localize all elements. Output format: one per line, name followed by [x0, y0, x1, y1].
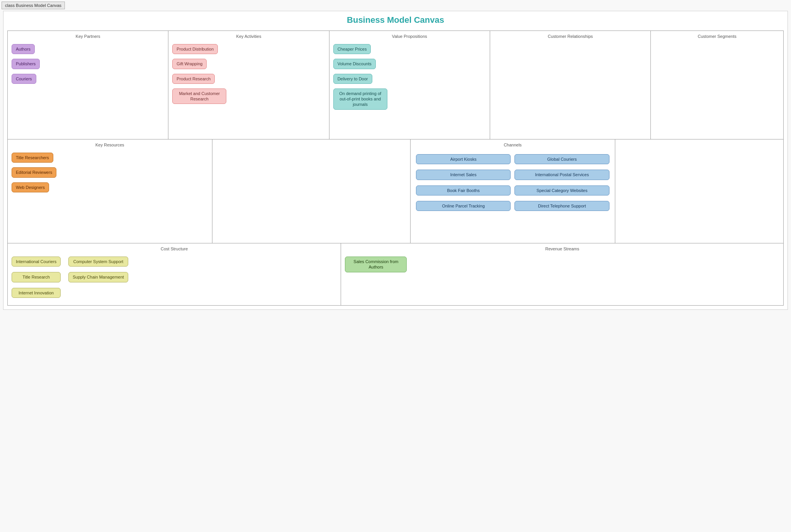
pill-title-researchers: Title Researchers — [12, 153, 53, 163]
pill-cheaper-prices: Cheaper Prices — [333, 44, 371, 54]
key-activities-header: Key Activities — [171, 34, 326, 39]
cust-rel-mid-col: Channels Airport Kiosks Global Couriers … — [411, 139, 615, 243]
pill-on-demand: On demand printing of out-of-print books… — [333, 88, 387, 110]
pill-couriers: Couriers — [12, 74, 36, 84]
pill-online-parcel: Online Parcel Tracking — [416, 201, 511, 211]
cust-rel-col: Customer Relationships — [490, 31, 651, 139]
cost-structure-col: Cost Structure International Couriers Ti… — [8, 243, 341, 305]
pill-intl-postal: International Postal Services — [514, 170, 609, 180]
pill-direct-telephone: Direct Telephone Support — [514, 201, 609, 211]
pill-internet-innovation: Internet Innovation — [12, 288, 61, 298]
pill-computer-system: Computer System Support — [68, 257, 128, 267]
pill-gift-wrapping: Gift Wrapping — [172, 59, 207, 69]
mid-empty-col — [212, 139, 411, 243]
cust-seg-header: Customer Segments — [654, 34, 780, 39]
pill-web-designers: Web Designers — [12, 182, 49, 192]
channels-header: Channels — [414, 143, 612, 147]
key-resources-col: Key Resources Title Researchers Editoria… — [8, 139, 212, 243]
page-title: Business Model Canvas — [7, 15, 784, 25]
pill-title-research: Title Research — [12, 272, 61, 282]
cost-header: Cost Structure — [11, 246, 338, 251]
pill-airport-kiosks: Airport Kiosks — [416, 154, 511, 164]
pill-supply-chain: Supply Chain Management — [68, 272, 128, 282]
pill-book-fair-booths: Book Fair Booths — [416, 185, 511, 195]
cust-seg-col: Customer Segments — [651, 31, 783, 139]
cust-seg-mid-col — [615, 139, 783, 243]
cust-rel-header: Customer Relationships — [493, 34, 647, 39]
pill-product-research: Product Research — [172, 74, 215, 84]
revenue-streams-col: Revenue Streams Sales Commission from Au… — [341, 243, 783, 305]
key-partners-col: Key Partners Authors Publishers Couriers — [8, 31, 168, 139]
pill-sales-commission: Sales Commission from Authors — [345, 257, 407, 272]
window-bar: class Business Model Canvas — [2, 2, 65, 9]
pill-authors: Authors — [12, 44, 35, 54]
value-props-header: Value Propositions — [333, 34, 487, 39]
key-resources-header: Key Resources — [11, 143, 209, 147]
page: Business Model Canvas Key Partners Autho… — [3, 11, 788, 310]
pill-global-couriers: Global Couriers — [514, 154, 609, 164]
canvas-outer: Key Partners Authors Publishers Couriers… — [7, 31, 784, 306]
pill-internet-sales: Internet Sales — [416, 170, 511, 180]
key-activities-col: Key Activities Product Distribution Gift… — [168, 31, 329, 139]
pill-publishers: Publishers — [12, 59, 40, 69]
pill-volume-discounts: Volume Discounts — [333, 59, 376, 69]
key-partners-header: Key Partners — [11, 34, 165, 39]
value-props-col: Value Propositions Cheaper Prices Volume… — [329, 31, 490, 139]
pill-delivery-to-door: Delivery to Door — [333, 74, 372, 84]
revenue-header: Revenue Streams — [344, 246, 780, 251]
pill-special-category: Special Category Websites — [514, 185, 609, 195]
pill-market-research: Market and Customer Research — [172, 88, 226, 104]
pill-intl-couriers: International Couriers — [12, 257, 61, 267]
pill-product-distribution: Product Distribution — [172, 44, 218, 54]
pill-editorial-reviewers: Editorial Reviewers — [12, 167, 56, 177]
